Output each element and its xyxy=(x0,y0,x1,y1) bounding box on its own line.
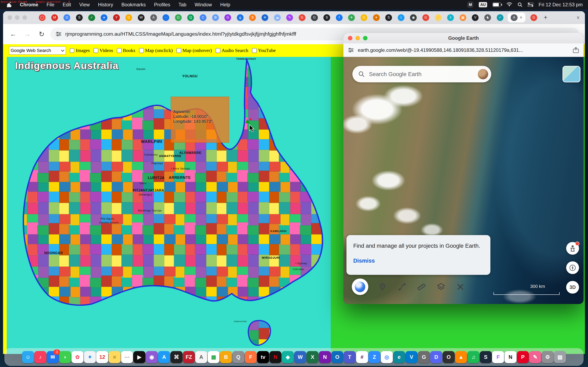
dock-app-icon[interactable]: O xyxy=(331,351,343,363)
dock-app-icon[interactable]: V xyxy=(406,351,417,363)
earth-url-text[interactable]: earth.google.com/web/@-19.41990588,146.1… xyxy=(358,47,572,53)
url-text[interactable]: rjmprogramming.com.au/HTMLCSS/ImageMap/L… xyxy=(65,31,296,37)
earth-site-settings-icon[interactable] xyxy=(348,48,354,53)
checkbox-input[interactable] xyxy=(252,48,257,53)
dock-app-icon[interactable]: O xyxy=(443,351,455,363)
page-checkbox[interactable]: Images xyxy=(70,48,90,53)
dock-app-icon[interactable]: S xyxy=(480,351,492,363)
browser-tab[interactable]: G xyxy=(358,14,370,21)
dock-app-icon[interactable]: ◗ xyxy=(59,351,71,363)
add-placemark-icon[interactable] xyxy=(378,282,387,291)
browser-tab[interactable]: ⋯ xyxy=(160,14,172,21)
wifi-icon[interactable] xyxy=(506,2,512,7)
page-checkbox[interactable]: Map (onhover) xyxy=(176,48,212,53)
window-controls[interactable] xyxy=(3,15,36,20)
dock-app-icon[interactable]: ◎ xyxy=(381,351,393,363)
dock-app-icon[interactable]: tv xyxy=(257,351,269,363)
menubar-app-icon[interactable]: M xyxy=(467,1,474,8)
dock-app-icon[interactable]: N xyxy=(269,351,282,363)
dock-app-icon[interactable]: A xyxy=(158,351,170,363)
input-source-indicator[interactable]: AU xyxy=(479,2,487,7)
spotlight-search-icon[interactable] xyxy=(518,2,522,7)
dock-app-icon[interactable]: A xyxy=(195,351,207,363)
dock-app-icon[interactable]: ▤ xyxy=(554,351,566,363)
dock-app-icon[interactable]: X xyxy=(306,351,319,363)
browser-tab[interactable]: ▦ xyxy=(457,14,469,21)
indigenous-australia-map[interactable]: Indigenous Australia TORRES STRAITDarwin… xyxy=(7,57,331,354)
dock-app-icon[interactable]: # xyxy=(356,351,368,363)
browser-tab[interactable]: ♦ xyxy=(98,14,110,21)
dock-app-icon[interactable]: 12 xyxy=(96,351,108,363)
new-tab-button[interactable]: + xyxy=(544,14,547,21)
earth-traffic-light-button[interactable] xyxy=(363,36,367,40)
dock-app-icon[interactable]: e xyxy=(393,351,405,363)
menu-item[interactable]: Bookmarks xyxy=(121,2,146,8)
close-window-button[interactable] xyxy=(8,15,12,20)
close-tab-icon[interactable]: × xyxy=(520,15,522,20)
page-checkbox[interactable]: Audio Search xyxy=(216,48,248,53)
dismiss-button[interactable]: Dismiss xyxy=(353,258,375,264)
earth-titlebar[interactable]: Google Earth xyxy=(343,33,583,44)
browser-tab[interactable]: G xyxy=(420,14,432,21)
dock-app-icon[interactable]: ✉ 3 xyxy=(47,351,59,363)
dock-app-icon[interactable]: ▶ xyxy=(133,351,145,363)
browser-tab[interactable]: C xyxy=(197,14,209,21)
dock-app-icon[interactable]: ✎ xyxy=(529,351,541,363)
search-mode-select[interactable]: Google Web Search xyxy=(9,47,66,55)
forward-button[interactable]: → xyxy=(20,30,35,38)
site-settings-icon[interactable] xyxy=(56,31,61,37)
browser-tab[interactable]: S xyxy=(320,14,333,21)
browser-tab[interactable]: G xyxy=(61,14,73,21)
browser-tab[interactable]: ⚡ xyxy=(432,14,444,21)
dock-app-icon[interactable]: T xyxy=(344,351,356,363)
dock-app-icon[interactable]: ≡ xyxy=(109,351,121,363)
search-icon[interactable] xyxy=(359,71,364,77)
browser-tab[interactable]: Q xyxy=(185,14,197,21)
checkbox-input[interactable] xyxy=(176,48,181,53)
browser-tab[interactable]: ✎ xyxy=(283,14,296,21)
pegman-button[interactable] xyxy=(566,242,579,255)
draw-path-icon[interactable] xyxy=(398,282,406,291)
browser-tab[interactable]: ✓ xyxy=(86,14,98,21)
browser-tab[interactable]: f xyxy=(333,14,346,21)
browser-tab[interactable]: ☁ xyxy=(271,14,284,21)
menu-item[interactable]: History xyxy=(98,2,113,8)
browser-tab[interactable]: A xyxy=(147,14,160,21)
browser-tab[interactable]: ✓ xyxy=(494,14,506,21)
map-style-button[interactable] xyxy=(352,278,368,295)
compass-button[interactable] xyxy=(566,261,579,274)
dock-app-icon[interactable]: D xyxy=(430,351,442,363)
overview-minimap[interactable] xyxy=(562,66,580,82)
browser-tab[interactable]: S xyxy=(73,14,86,21)
browser-tab[interactable]: G xyxy=(172,14,185,21)
zoom-window-button[interactable] xyxy=(22,15,27,20)
browser-tab[interactable]: t xyxy=(395,14,407,21)
menu-item[interactable]: Profiles xyxy=(154,2,170,8)
browser-tab[interactable]: W xyxy=(135,14,147,21)
checkbox-input[interactable] xyxy=(117,48,122,53)
browser-tab[interactable]: ✦ xyxy=(370,14,383,21)
browser-tab[interactable]: V xyxy=(469,14,482,21)
menu-clock[interactable]: Fri 12 Dec 12:53 pm xyxy=(539,2,583,8)
browser-tab[interactable]: Y xyxy=(110,14,123,21)
earth-search-placeholder[interactable]: Search Google Earth xyxy=(369,71,478,77)
checkbox-input[interactable] xyxy=(216,48,221,53)
page-checkbox[interactable]: Map (onclick) xyxy=(139,48,173,53)
browser-tab[interactable]: ◯ xyxy=(36,14,48,21)
browser-tab[interactable]: G xyxy=(527,14,540,21)
dock-app-icon[interactable]: F xyxy=(245,351,257,363)
browser-tab[interactable]: g xyxy=(234,14,246,21)
dock-app-icon[interactable]: Z xyxy=(368,351,380,363)
earth-address-bar[interactable]: earth.google.com/web/@-19.41990588,146.1… xyxy=(343,43,583,57)
account-avatar[interactable] xyxy=(478,69,488,79)
dock-app-icon[interactable]: ▲ xyxy=(455,351,467,363)
menu-item[interactable]: Window xyxy=(195,2,212,8)
page-checkbox[interactable]: YouTube xyxy=(252,48,276,53)
dock-app-icon[interactable]: ⋯ xyxy=(121,351,133,363)
dock-app-icon[interactable]: ✦ xyxy=(84,351,96,363)
reload-button[interactable]: ↻ xyxy=(35,30,49,38)
earth-search-bar[interactable]: Search Google Earth xyxy=(352,66,491,82)
dock-app-icon[interactable]: W xyxy=(294,351,306,363)
browser-tab[interactable]: G xyxy=(296,14,308,21)
dock-app-icon[interactable]: ▦ xyxy=(208,351,220,363)
